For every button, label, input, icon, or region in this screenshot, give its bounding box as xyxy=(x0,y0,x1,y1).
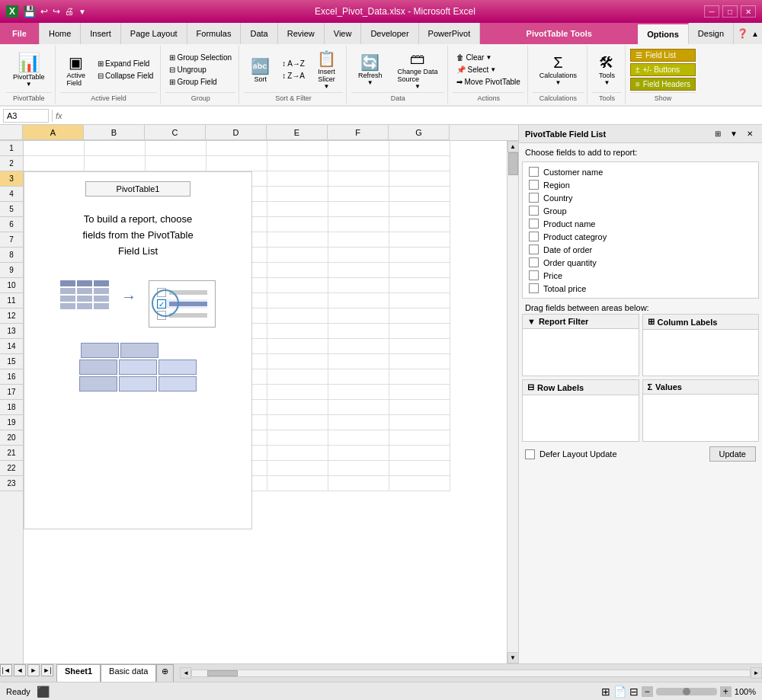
group-selection-button[interactable]: ⊞ Group Selection xyxy=(165,52,235,63)
cell-e16[interactable] xyxy=(267,369,328,385)
cell-g5[interactable] xyxy=(389,202,450,217)
scroll-track[interactable] xyxy=(507,152,519,652)
cell-g20[interactable] xyxy=(389,430,450,446)
field-checkbox-order-quantity[interactable] xyxy=(529,257,539,267)
cell-g2[interactable] xyxy=(389,156,450,171)
pivottable-button[interactable]: 📊 PivotTable ▼ xyxy=(6,50,52,90)
tab-file[interactable]: File xyxy=(0,23,40,44)
field-checkbox-product-category[interactable] xyxy=(529,232,539,241)
row-23[interactable]: 23 xyxy=(0,476,23,491)
tab-options[interactable]: Options xyxy=(638,23,689,44)
cell-g14[interactable] xyxy=(389,339,450,354)
row-8[interactable]: 8 xyxy=(0,248,23,263)
cell-c1[interactable] xyxy=(146,141,207,156)
col-header-a[interactable]: A xyxy=(23,125,84,140)
cell-e18[interactable] xyxy=(267,400,328,415)
column-labels-area[interactable]: ⊞ Column Labels xyxy=(642,314,760,376)
cell-f1[interactable] xyxy=(328,141,389,156)
cell-e3[interactable] xyxy=(267,171,328,187)
maximize-button[interactable]: □ xyxy=(722,5,738,18)
cell-g12[interactable] xyxy=(389,308,450,324)
sheet-nav-last[interactable]: ►| xyxy=(41,664,53,676)
cell-f7[interactable] xyxy=(328,232,389,248)
field-item-price[interactable]: Price xyxy=(526,269,755,282)
select-button[interactable]: 📌 Select ▼ xyxy=(453,64,523,75)
cell-e14[interactable] xyxy=(267,339,328,354)
row-10[interactable]: 10 xyxy=(0,278,23,293)
tools-button[interactable]: 🛠 Tools ▼ xyxy=(592,52,622,88)
tab-design[interactable]: Design xyxy=(689,23,734,44)
sort-button[interactable]: 🔤 Sort xyxy=(244,55,277,85)
quick-access-save[interactable]: 💾 xyxy=(23,5,36,18)
field-item-date-of-order[interactable]: Date of order xyxy=(526,243,755,256)
insert-slicer-button[interactable]: 📋 InsertSlicer ▼ xyxy=(310,47,343,92)
change-datasource-button[interactable]: 🗃 Change DataSource ▼ xyxy=(390,48,444,92)
field-headers-button[interactable]: ≡ Field Headers xyxy=(630,78,696,91)
cell-e17[interactable] xyxy=(267,385,328,400)
plus-minus-button[interactable]: ± +/- Buttons xyxy=(630,63,696,76)
expand-field-button[interactable]: ⊞ Expand Field xyxy=(94,58,157,69)
cell-g7[interactable] xyxy=(389,232,450,248)
field-item-order-quantity[interactable]: Order quantity xyxy=(526,256,755,269)
sort-az-button[interactable]: ↕ A→Z xyxy=(278,58,309,69)
cell-d2[interactable] xyxy=(207,156,267,171)
pivot-placeholder[interactable]: PivotTable1 To build a report, choosefie… xyxy=(24,171,252,529)
cell-f19[interactable] xyxy=(328,415,389,430)
cell-f20[interactable] xyxy=(328,430,389,446)
row-labels-body[interactable] xyxy=(523,395,639,441)
h-scroll-thumb[interactable] xyxy=(207,670,238,676)
tools-dropdown[interactable]: ▼ xyxy=(604,79,610,86)
cell-f10[interactable] xyxy=(328,278,389,293)
cell-d1[interactable] xyxy=(207,141,267,156)
cell-e8[interactable] xyxy=(267,248,328,263)
col-header-e[interactable]: E xyxy=(267,125,328,140)
values-area[interactable]: Σ Values xyxy=(642,379,760,442)
cell-a1[interactable] xyxy=(24,141,85,156)
clear-dropdown[interactable]: ▼ xyxy=(485,54,491,61)
close-button[interactable]: ✕ xyxy=(741,5,756,18)
scroll-down-button[interactable]: ▼ xyxy=(507,652,519,663)
cell-e11[interactable] xyxy=(267,293,328,308)
cell-e9[interactable] xyxy=(267,263,328,278)
row-15[interactable]: 15 xyxy=(0,354,23,369)
values-body[interactable] xyxy=(643,395,759,440)
sheet-nav-next[interactable]: ► xyxy=(27,664,40,676)
formula-input[interactable] xyxy=(66,111,759,120)
sort-za-button[interactable]: ↕ Z→A xyxy=(278,70,309,82)
field-checkbox-customer[interactable] xyxy=(529,167,539,177)
cell-a2[interactable] xyxy=(24,156,85,171)
cell-f3[interactable] xyxy=(328,171,389,187)
cell-f23[interactable] xyxy=(328,476,389,491)
quick-access-redo[interactable]: ↪ xyxy=(53,6,60,17)
calculations-dropdown[interactable]: ▼ xyxy=(555,79,561,86)
row-14[interactable]: 14 xyxy=(0,339,23,354)
sheet-tab-sheet1[interactable]: Sheet1 xyxy=(56,664,101,682)
move-pivot-button[interactable]: ➡ Move PivotTable xyxy=(453,76,523,88)
row-12[interactable]: 12 xyxy=(0,308,23,324)
field-item-total-price[interactable]: Totoal price xyxy=(526,282,755,295)
scroll-up-button[interactable]: ▲ xyxy=(507,141,519,152)
field-checkbox-region[interactable] xyxy=(529,180,539,190)
cell-g18[interactable] xyxy=(389,400,450,415)
cell-e12[interactable] xyxy=(267,308,328,324)
update-button[interactable]: Update xyxy=(709,446,756,462)
row-1[interactable]: 1 xyxy=(0,141,23,156)
cell-e5[interactable] xyxy=(267,202,328,217)
cell-g23[interactable] xyxy=(389,476,450,491)
cell-e15[interactable] xyxy=(267,354,328,369)
minimize-button[interactable]: ─ xyxy=(704,5,719,18)
col-header-b[interactable]: B xyxy=(84,125,145,140)
cell-c2[interactable] xyxy=(146,156,207,171)
cell-g19[interactable] xyxy=(389,415,450,430)
field-checkbox-group[interactable] xyxy=(529,206,539,216)
cell-e4[interactable] xyxy=(267,187,328,202)
field-item-product-category[interactable]: Product categroy xyxy=(526,230,755,243)
zoom-in-button[interactable]: + xyxy=(720,686,732,697)
cell-e1[interactable] xyxy=(267,141,328,156)
cell-b2[interactable] xyxy=(85,156,146,171)
field-checkbox-total-price[interactable] xyxy=(529,283,539,293)
h-scroll-track[interactable] xyxy=(191,670,751,677)
cell-e2[interactable] xyxy=(267,156,328,171)
cell-g10[interactable] xyxy=(389,278,450,293)
tab-page-layout[interactable]: Page Layout xyxy=(121,23,187,44)
